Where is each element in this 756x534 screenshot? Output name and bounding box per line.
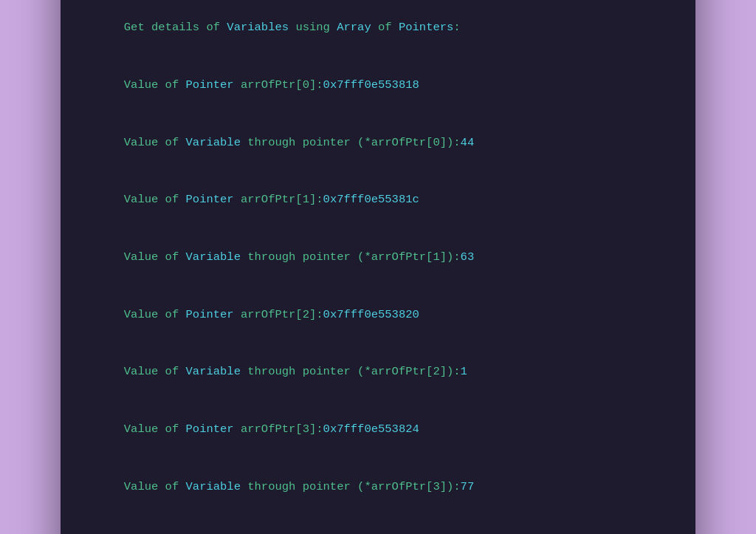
terminal-window: Array of Pointers $ gcc array-of-pointer… (61, 0, 695, 534)
var1-label: Value of (124, 250, 186, 264)
line-var2: Value of Variable through pointer (*arrO… (83, 344, 673, 401)
ptr1-arr: arrOfPtr[1]: (234, 193, 323, 206)
ptr3-label: Value of (124, 422, 186, 436)
header-get: Get (124, 21, 151, 34)
line-header: Get details of Variables using Array of … (83, 0, 673, 56)
header-array: Array (337, 21, 371, 34)
ptr0-arr: arrOfPtr[0]: (234, 78, 323, 92)
header-pointers: Pointers (399, 21, 453, 34)
line-ptr3: Value of Pointer arrOfPtr[3]:0x7fff0e553… (83, 401, 673, 458)
line-var1: Value of Variable through pointer (*arrO… (83, 229, 673, 286)
line-ptr4: Value of Pointer arrOfPtr[4]:0x7fff0e553… (83, 516, 673, 534)
ptr2-label: Value of (124, 308, 186, 321)
ptr3-pointer: Pointer (186, 422, 234, 436)
header-of: of (371, 21, 399, 34)
var2-num: 1 (461, 365, 467, 378)
header-using: using (289, 21, 337, 34)
var1-num: 63 (461, 250, 475, 264)
var2-label: Value of (124, 365, 186, 378)
terminal-body: $ gcc array-of-pointers.c $ ./a.outwww.S… (61, 0, 695, 534)
header-variables: Variables (227, 21, 289, 34)
var1-variable: Variable (186, 250, 241, 264)
ptr2-addr: 0x7fff0e553820 (323, 308, 419, 321)
line-ptr2: Value of Pointer arrOfPtr[2]:0x7fff0e553… (83, 287, 673, 343)
ptr1-label: Value of (124, 193, 186, 206)
var3-through: through pointer (*arrOfPtr[3]): (241, 480, 461, 493)
line-var3: Value of Variable through pointer (*arrO… (83, 459, 673, 516)
line-ptr0: Value of Pointer arrOfPtr[0]:0x7fff0e553… (83, 57, 673, 114)
var0-num: 44 (461, 136, 475, 149)
ptr3-addr: 0x7fff0e553824 (323, 422, 419, 436)
header-colon: : (453, 21, 460, 34)
var3-num: 77 (461, 480, 475, 493)
var0-label: Value of (124, 136, 186, 149)
ptr0-label: Value of (124, 78, 186, 92)
header-details: details of (151, 21, 227, 34)
line-var0: Value of Variable through pointer (*arrO… (83, 114, 673, 171)
ptr2-arr: arrOfPtr[2]: (234, 308, 323, 321)
var0-variable: Variable (186, 136, 241, 149)
ptr1-pointer: Pointer (186, 193, 234, 206)
ptr1-addr: 0x7fff0e55381c (323, 193, 419, 206)
ptr0-addr: 0x7fff0e553818 (323, 78, 419, 92)
var2-variable: Variable (186, 365, 241, 378)
var2-through: through pointer (*arrOfPtr[2]): (241, 365, 461, 378)
ptr3-arr: arrOfPtr[3]: (234, 422, 323, 436)
var0-through: through pointer (*arrOfPtr[0]): (241, 136, 461, 149)
var1-through: through pointer (*arrOfPtr[1]): (241, 250, 461, 264)
line-ptr1: Value of Pointer arrOfPtr[1]:0x7fff0e553… (83, 172, 673, 229)
var3-label: Value of (124, 480, 186, 493)
ptr2-pointer: Pointer (186, 308, 234, 321)
var3-variable: Variable (186, 480, 241, 493)
ptr0-pointer: Pointer (186, 78, 234, 92)
